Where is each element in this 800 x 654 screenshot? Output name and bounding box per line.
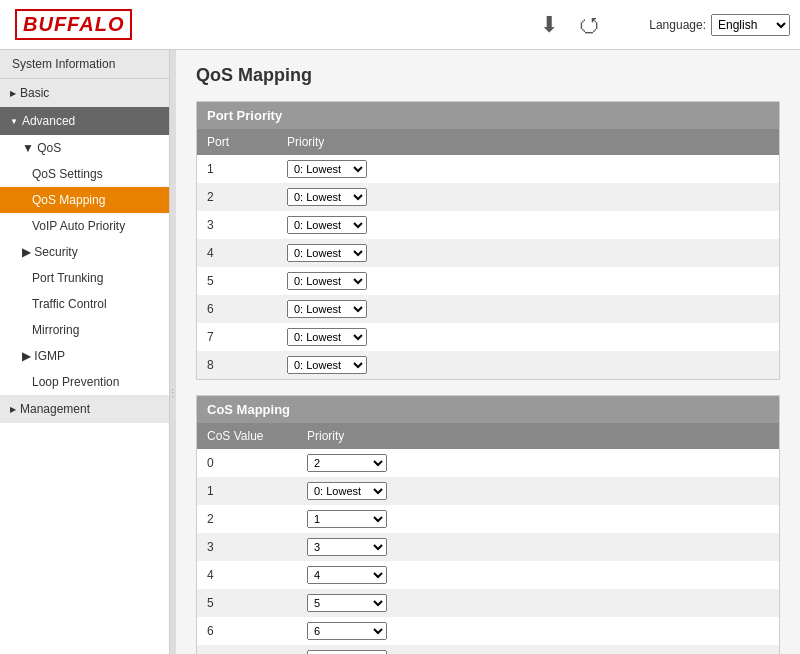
triangle-right-security-icon: ▶ bbox=[22, 245, 31, 259]
port-cell: 5 bbox=[197, 267, 277, 295]
cos-priority-cell: 0: Lowest1234567: Highest bbox=[297, 477, 779, 505]
triangle-down-icon: ▼ bbox=[10, 117, 18, 126]
cos-cell: 4 bbox=[197, 561, 297, 589]
port-priority-select-7[interactable]: 0: Lowest1234567: Highest bbox=[287, 328, 367, 346]
sidebar-item-advanced[interactable]: ▼ Advanced bbox=[0, 107, 169, 135]
sidebar-item-basic[interactable]: ▶ Basic bbox=[0, 79, 169, 107]
cos-priority-cell: 0: Lowest1234567: Highest bbox=[297, 449, 779, 477]
port-priority-select-1[interactable]: 0: Lowest1234567: Highest bbox=[287, 160, 367, 178]
sidebar-item-qos-settings[interactable]: QoS Settings bbox=[0, 161, 169, 187]
triangle-down-qos-icon: ▼ bbox=[22, 141, 34, 155]
cos-priority-select-3[interactable]: 0: Lowest1234567: Highest bbox=[307, 538, 387, 556]
sidebar-item-management[interactable]: ▶ Management bbox=[0, 395, 169, 423]
cos-cell: 2 bbox=[197, 505, 297, 533]
port-cell: 4 bbox=[197, 239, 277, 267]
col-priority: Priority bbox=[277, 129, 779, 155]
cos-priority-select-7[interactable]: 0: Lowest1234567: Highest bbox=[307, 650, 387, 654]
sidebar-item-port-trunking[interactable]: Port Trunking bbox=[0, 265, 169, 291]
cos-mapping-section: CoS Mapping CoS Value Priority 00: Lowes… bbox=[196, 395, 780, 654]
port-priority-header: Port Priority bbox=[197, 102, 779, 129]
port-priority-select-6[interactable]: 0: Lowest1234567: Highest bbox=[287, 300, 367, 318]
cos-priority-select-0[interactable]: 0: Lowest1234567: Highest bbox=[307, 454, 387, 472]
priority-cell: 0: Lowest1234567: Highest bbox=[277, 295, 779, 323]
port-cell: 7 bbox=[197, 323, 277, 351]
sidebar-item-system-info[interactable]: System Information bbox=[0, 50, 169, 79]
port-priority-table: Port Priority 10: Lowest1234567: Highest… bbox=[197, 129, 779, 379]
col-port: Port bbox=[197, 129, 277, 155]
sidebar-item-loop-prevention[interactable]: Loop Prevention bbox=[0, 369, 169, 395]
header: BUFFALO ⬇ ⭯ Language: English Japanese C… bbox=[0, 0, 800, 50]
port-cell: 3 bbox=[197, 211, 277, 239]
language-label: Language: bbox=[649, 18, 706, 32]
cos-cell: 7 bbox=[197, 645, 297, 654]
triangle-right-mgmt-icon: ▶ bbox=[10, 405, 16, 414]
sidebar: System Information ▶ Basic ▼ Advanced ▼ … bbox=[0, 50, 170, 654]
priority-cell: 0: Lowest1234567: Highest bbox=[277, 351, 779, 379]
header-icons: ⬇ ⭯ bbox=[540, 12, 600, 38]
sidebar-item-traffic-control[interactable]: Traffic Control bbox=[0, 291, 169, 317]
port-priority-select-8[interactable]: 0: Lowest1234567: Highest bbox=[287, 356, 367, 374]
priority-cell: 0: Lowest1234567: Highest bbox=[277, 239, 779, 267]
priority-cell: 0: Lowest1234567: Highest bbox=[277, 211, 779, 239]
cos-mapping-table: CoS Value Priority 00: Lowest1234567: Hi… bbox=[197, 423, 779, 654]
cos-priority-cell: 0: Lowest1234567: Highest bbox=[297, 533, 779, 561]
language-selector: Language: English Japanese Chinese bbox=[649, 14, 790, 36]
cos-cell: 3 bbox=[197, 533, 297, 561]
sidebar-item-igmp[interactable]: ▶ IGMP bbox=[0, 343, 169, 369]
priority-cell: 0: Lowest1234567: Highest bbox=[277, 267, 779, 295]
port-priority-select-2[interactable]: 0: Lowest1234567: Highest bbox=[287, 188, 367, 206]
sidebar-item-qos-mapping[interactable]: QoS Mapping bbox=[0, 187, 169, 213]
sidebar-item-mirroring[interactable]: Mirroring bbox=[0, 317, 169, 343]
sidebar-item-voip[interactable]: VoIP Auto Priority bbox=[0, 213, 169, 239]
priority-cell: 0: Lowest1234567: Highest bbox=[277, 155, 779, 183]
cos-priority-cell: 0: Lowest1234567: Highest bbox=[297, 589, 779, 617]
cos-priority-cell: 0: Lowest1234567: Highest bbox=[297, 561, 779, 589]
sidebar-item-qos[interactable]: ▼ QoS bbox=[0, 135, 169, 161]
cos-priority-select-1[interactable]: 0: Lowest1234567: Highest bbox=[307, 482, 387, 500]
cos-cell: 1 bbox=[197, 477, 297, 505]
cos-mapping-header: CoS Mapping bbox=[197, 396, 779, 423]
page-title: QoS Mapping bbox=[196, 65, 780, 86]
sidebar-item-security[interactable]: ▶ Security bbox=[0, 239, 169, 265]
priority-cell: 0: Lowest1234567: Highest bbox=[277, 183, 779, 211]
language-select[interactable]: English Japanese Chinese bbox=[711, 14, 790, 36]
buffalo-logo: BUFFALO bbox=[15, 9, 132, 40]
cos-priority-select-5[interactable]: 0: Lowest1234567: Highest bbox=[307, 594, 387, 612]
layout: System Information ▶ Basic ▼ Advanced ▼ … bbox=[0, 50, 800, 654]
col-cos: CoS Value bbox=[197, 423, 297, 449]
cos-priority-select-4[interactable]: 0: Lowest1234567: Highest bbox=[307, 566, 387, 584]
cos-cell: 5 bbox=[197, 589, 297, 617]
port-priority-select-4[interactable]: 0: Lowest1234567: Highest bbox=[287, 244, 367, 262]
priority-cell: 0: Lowest1234567: Highest bbox=[277, 323, 779, 351]
cos-cell: 0 bbox=[197, 449, 297, 477]
download-icon[interactable]: ⬇ bbox=[540, 12, 558, 38]
cos-priority-select-2[interactable]: 0: Lowest1234567: Highest bbox=[307, 510, 387, 528]
port-cell: 2 bbox=[197, 183, 277, 211]
cos-cell: 6 bbox=[197, 617, 297, 645]
triangle-right-icon: ▶ bbox=[10, 89, 16, 98]
port-cell: 8 bbox=[197, 351, 277, 379]
col-cos-priority: Priority bbox=[297, 423, 779, 449]
main-content: QoS Mapping Port Priority Port Priority … bbox=[176, 50, 800, 654]
port-priority-select-3[interactable]: 0: Lowest1234567: Highest bbox=[287, 216, 367, 234]
cos-priority-cell: 0: Lowest1234567: Highest bbox=[297, 645, 779, 654]
cos-priority-cell: 0: Lowest1234567: Highest bbox=[297, 617, 779, 645]
cos-priority-select-6[interactable]: 0: Lowest1234567: Highest bbox=[307, 622, 387, 640]
logout-icon[interactable]: ⭯ bbox=[578, 12, 600, 38]
port-cell: 1 bbox=[197, 155, 277, 183]
cos-priority-cell: 0: Lowest1234567: Highest bbox=[297, 505, 779, 533]
port-cell: 6 bbox=[197, 295, 277, 323]
port-priority-select-5[interactable]: 0: Lowest1234567: Highest bbox=[287, 272, 367, 290]
port-priority-section: Port Priority Port Priority 10: Lowest12… bbox=[196, 101, 780, 380]
triangle-right-igmp-icon: ▶ bbox=[22, 349, 31, 363]
